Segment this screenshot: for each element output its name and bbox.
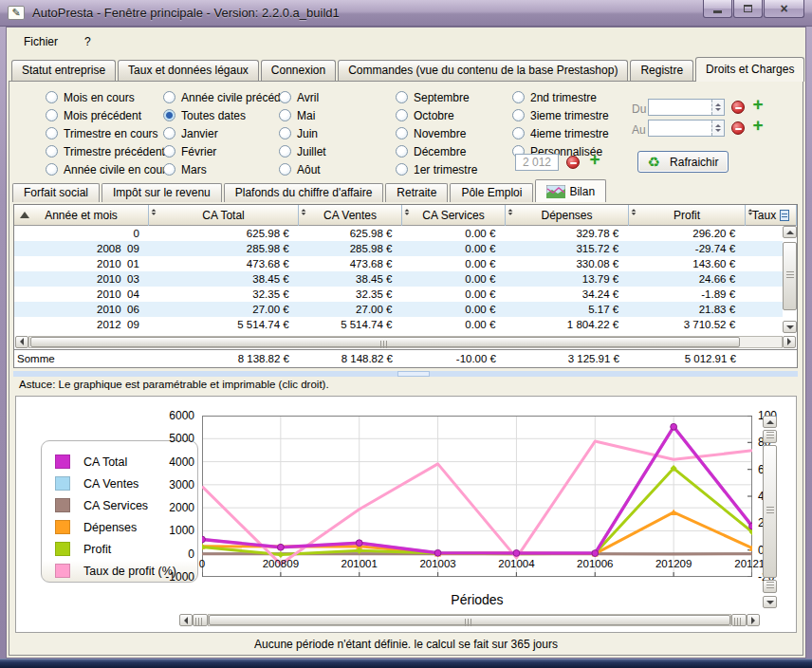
radio-button[interactable]: [279, 145, 291, 158]
radio-button[interactable]: [512, 91, 525, 103]
au-minus-button[interactable]: [731, 121, 745, 135]
au-spinner[interactable]: [711, 121, 724, 136]
minimize-button[interactable]: [703, 0, 732, 18]
year-minus-button[interactable]: [566, 156, 580, 169]
du-minus-button[interactable]: [731, 101, 745, 114]
sub-tab-0[interactable]: Forfait social: [12, 183, 100, 202]
radio-option[interactable]: Trimestre précédent: [46, 142, 172, 160]
column-header-6[interactable]: Taux: [746, 205, 797, 226]
radio-button[interactable]: [163, 163, 175, 176]
maximize-button[interactable]: [733, 0, 763, 18]
table-row[interactable]: 2010 0432.35 €32.35 €0.00 €34.24 €-1.89 …: [14, 287, 783, 302]
sub-tab-3[interactable]: Retraite: [385, 183, 448, 202]
radio-button[interactable]: [396, 163, 408, 176]
radio-option[interactable]: 3ieme trimestre: [512, 106, 609, 124]
sub-tab-4[interactable]: Pôle Emploi: [450, 183, 533, 202]
table-vertical-scrollbar[interactable]: [783, 226, 797, 333]
du-date-input[interactable]: [648, 99, 725, 116]
radio-option[interactable]: Juillet: [279, 142, 326, 160]
radio-button[interactable]: [279, 109, 291, 121]
column-header-3[interactable]: CA Services: [402, 205, 506, 226]
radio-option[interactable]: Novembre: [396, 124, 477, 142]
menu-item-fichier[interactable]: Fichier: [14, 32, 67, 51]
radio-option[interactable]: Année civile précéd.: [163, 88, 284, 106]
radio-button[interactable]: [279, 127, 291, 139]
radio-option[interactable]: Février: [163, 142, 284, 160]
radio-option[interactable]: Mars: [163, 160, 284, 178]
radio-option[interactable]: Janvier: [163, 124, 284, 142]
main-tab-4[interactable]: Registre: [630, 60, 693, 82]
radio-option[interactable]: Avril: [279, 88, 326, 106]
radio-button[interactable]: [46, 109, 58, 121]
radio-option[interactable]: 2nd trimestre: [512, 88, 609, 106]
chart-panel[interactable]: CA TotalCA VentesCA ServicesDépensesProf…: [15, 396, 797, 633]
table-row[interactable]: 2010 0627.00 €27.00 €0.00 €5.17 €21.83 €: [14, 302, 783, 317]
splitter-grip-icon[interactable]: [397, 371, 430, 377]
sub-tab-1[interactable]: Impôt sur le revenu: [102, 183, 222, 202]
column-header-5[interactable]: Profit: [629, 205, 746, 226]
radio-button[interactable]: [163, 109, 175, 121]
table-row[interactable]: 2010 0338.45 €38.45 €0.00 €13.79 €24.66 …: [14, 271, 783, 287]
radio-option[interactable]: 1er trimestre: [396, 160, 477, 178]
radio-option[interactable]: Mai: [279, 106, 326, 124]
year-field[interactable]: 2 012: [515, 154, 559, 171]
du-plus-button[interactable]: +: [750, 98, 766, 113]
radio-button[interactable]: [163, 91, 175, 103]
filter-icon[interactable]: [780, 210, 789, 221]
radio-button[interactable]: [512, 127, 525, 139]
radio-button[interactable]: [396, 91, 408, 103]
main-tab-5[interactable]: Droits et Charges: [695, 57, 804, 82]
radio-button[interactable]: [46, 145, 58, 158]
main-tab-2[interactable]: Connexion: [261, 60, 336, 82]
radio-option[interactable]: Aôut: [279, 160, 326, 178]
sub-tab-5[interactable]: Bilan: [535, 179, 606, 202]
radio-option[interactable]: Toutes dates: [163, 106, 284, 124]
radio-option[interactable]: Trimestre en cours: [46, 124, 172, 142]
radio-option[interactable]: Année civile en cours: [46, 160, 172, 178]
radio-button[interactable]: [163, 145, 175, 158]
radio-button[interactable]: [512, 109, 525, 121]
radio-button[interactable]: [279, 91, 291, 103]
radio-option[interactable]: Mois en cours: [46, 88, 172, 106]
radio-button[interactable]: [396, 145, 408, 158]
main-tab-1[interactable]: Taux et données légaux: [118, 60, 259, 82]
radio-option[interactable]: Octobre: [396, 106, 477, 124]
radio-button[interactable]: [279, 163, 291, 176]
table-row[interactable]: 2012 095 514.74 €5 514.74 €0.00 €1 804.2…: [14, 317, 783, 332]
table-row[interactable]: 0625.98 €625.98 €0.00 €329.78 €296.20 €: [14, 226, 783, 241]
du-spinner[interactable]: [711, 100, 724, 115]
au-plus-button[interactable]: +: [750, 119, 766, 134]
chart-vertical-scrollbar[interactable]: [763, 416, 777, 608]
radio-button[interactable]: [396, 127, 408, 139]
radio-button[interactable]: [396, 109, 408, 121]
radio-option[interactable]: Mois précédent: [46, 106, 172, 124]
radio-button[interactable]: [46, 127, 58, 139]
close-button[interactable]: ×: [764, 0, 804, 18]
column-header-1[interactable]: CA Total: [149, 205, 299, 226]
table-row[interactable]: 2008 09285.98 €285.98 €0.00 €315.72 €-29…: [14, 241, 783, 256]
menu-item-?[interactable]: ?: [75, 32, 101, 51]
radio-button[interactable]: [46, 91, 58, 103]
column-header-4[interactable]: Dépenses: [506, 205, 629, 226]
refresh-button[interactable]: ♻ Rafraichir: [637, 151, 729, 173]
chart-canvas[interactable]: [202, 416, 752, 577]
main-tab-0[interactable]: Statut entreprise: [11, 60, 116, 82]
radio-option[interactable]: Septembre: [396, 88, 477, 106]
year-plus-button[interactable]: +: [587, 153, 602, 168]
radio-option[interactable]: Décembre: [396, 142, 477, 160]
table-horizontal-scrollbar[interactable]: [15, 335, 796, 348]
main-tab-3[interactable]: Commandes (vue du contenu de la base Pre…: [338, 60, 628, 82]
title-bar[interactable]: ✎ AutoPresta - Fenêtre principale - Vers…: [0, 0, 812, 27]
splitter-bar[interactable]: [13, 371, 798, 377]
column-header-0[interactable]: Année et mois: [14, 205, 149, 226]
radio-button[interactable]: [163, 127, 175, 139]
column-header-2[interactable]: CA Ventes: [299, 205, 402, 226]
table-row[interactable]: 2010 01473.68 €473.68 €0.00 €330.08 €143…: [14, 256, 783, 271]
sub-tab-2[interactable]: Plafonds du chiffre d'affaire: [224, 183, 384, 202]
radio-option[interactable]: 4ieme trimestre: [512, 124, 609, 142]
chart-horizontal-scrollbar[interactable]: [179, 613, 760, 627]
chart-plot[interactable]: [202, 416, 752, 577]
radio-button[interactable]: [46, 163, 58, 176]
au-date-input[interactable]: [648, 120, 725, 137]
radio-option[interactable]: Juin: [279, 124, 326, 142]
